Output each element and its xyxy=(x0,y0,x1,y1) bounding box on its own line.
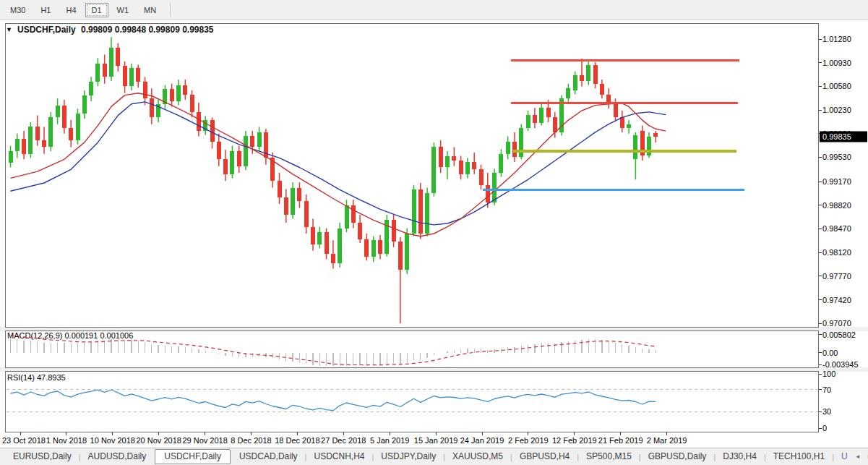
date-axis-label: 27 Dec 2018 xyxy=(321,436,366,445)
chart-title: USDCHF,Daily xyxy=(17,25,76,35)
price-axis-label: 0.99530 xyxy=(822,153,851,161)
tab-scroll-left-icon[interactable]: ◄ xyxy=(855,454,861,460)
chart-tab-usdchf-daily[interactable]: USDCHF,Daily xyxy=(155,449,231,464)
date-axis-label: 23 Oct 2018 xyxy=(2,436,46,445)
date-axis-label: 2 Feb 2019 xyxy=(508,436,549,445)
chart-canvas[interactable]: ▼ USDCHF,Daily 0.99809 0.99848 0.99809 0… xyxy=(0,0,868,465)
date-axis-label: 21 Feb 2019 xyxy=(598,436,643,445)
date-axis-label: 12 Feb 2019 xyxy=(552,436,597,445)
mt4-window: M30H1H4D1W1MN ▼ USDCHF,Daily 0.99809 0.9… xyxy=(0,0,868,465)
price-axis-label: 0.98820 xyxy=(822,201,851,210)
macd-axis-label: 0.00 xyxy=(822,349,838,357)
price-axis-label: 0.97420 xyxy=(822,296,851,304)
price-axis-label: 0.99170 xyxy=(822,177,851,186)
rsi-axis-label: 70 xyxy=(822,385,831,394)
chart-tabbar: EURUSD,Daily|AUDUSD,DailyUSDCHF,DailyUSD… xyxy=(0,448,868,465)
symbol-dropdown-icon[interactable]: ▼ xyxy=(6,26,12,33)
chart-tab-usdjpy-daily[interactable]: USDJPY,Daily xyxy=(374,451,443,463)
date-axis-label: 5 Jan 2019 xyxy=(370,436,409,445)
price-axis-label: 1.00580 xyxy=(822,82,851,90)
timeframe-button-w1[interactable]: W1 xyxy=(111,3,136,17)
toolbar-separator xyxy=(170,3,171,17)
price-axis-label: 1.00930 xyxy=(822,59,851,67)
tab-scrollers: ◄► xyxy=(855,454,868,460)
chart-tab-tech100-h1[interactable]: TECH100,H1 xyxy=(766,451,832,463)
rsi-label: RSI(14) 47.8935 xyxy=(7,373,66,382)
price-axis-label: 0.97070 xyxy=(822,319,851,328)
current-price-badge: 0.99835 xyxy=(822,132,851,141)
date-axis-label: 2 Mar 2019 xyxy=(647,436,687,445)
date-axis-label: 20 Nov 2018 xyxy=(137,436,181,445)
price-axis-label: 1.01280 xyxy=(822,35,851,43)
date-axis-label: 8 Dec 2018 xyxy=(231,436,271,445)
chart-tab-sp500-m15[interactable]: SP500,M15 xyxy=(579,451,639,463)
timeframe-button-mn[interactable]: MN xyxy=(137,3,163,17)
date-axis-label: 1 Nov 2018 xyxy=(46,436,87,445)
timeframe-button-d1[interactable]: D1 xyxy=(85,3,108,17)
macd-label: MACD(12,26,9) 0.000191 0.001006 xyxy=(7,331,133,340)
date-axis-label: 15 Jan 2019 xyxy=(414,436,458,445)
rsi-axis-label: 100 xyxy=(822,370,835,378)
chart-tab-u[interactable]: U xyxy=(834,451,855,463)
price-axis-label: 0.98470 xyxy=(822,224,851,233)
chart-tab-gbpusd-h4[interactable]: GBPUSD,H4 xyxy=(512,451,577,463)
chart-tab-usdcnh-h4[interactable]: USDCNH,H4 xyxy=(306,451,371,463)
price-axis-label: 0.97770 xyxy=(822,272,851,281)
chart-ohlc-values: 0.99809 0.99848 0.99809 0.99835 xyxy=(81,25,214,35)
timeframe-button-m30[interactable]: M30 xyxy=(4,3,32,17)
chart-tab-audusd-daily[interactable]: AUDUSD,Daily xyxy=(81,451,154,463)
price-axis-label: 1.00230 xyxy=(822,106,851,114)
chart-tab-eurusd-daily[interactable]: EURUSD,Daily xyxy=(6,451,79,463)
chart-tab-usdcad-daily[interactable]: USDCAD,Daily xyxy=(232,451,305,463)
date-axis-label: 10 Nov 2018 xyxy=(90,436,135,445)
timeframe-button-h1[interactable]: H1 xyxy=(34,3,57,17)
date-axis-label: 29 Nov 2018 xyxy=(182,436,227,445)
rsi-axis-label: 30 xyxy=(822,407,831,416)
timeframe-toolbar: M30H1H4D1W1MN xyxy=(0,0,868,20)
date-axis-label: 24 Jan 2019 xyxy=(460,436,504,445)
chart-tab-dj30-h4[interactable]: DJ30,H4 xyxy=(716,451,764,463)
price-axis-label: 0.98120 xyxy=(822,248,851,257)
timeframe-button-h4[interactable]: H4 xyxy=(59,3,82,17)
macd-axis-label: 0.005802 xyxy=(822,330,856,339)
date-axis-label: 18 Dec 2018 xyxy=(275,436,319,445)
rsi-axis-label: 0 xyxy=(822,424,827,432)
chart-tab-gbpusd-daily[interactable]: GBPUSD,Daily xyxy=(641,451,714,463)
chart-tab-xauusd-m5[interactable]: XAUUSD,M5 xyxy=(445,451,510,463)
macd-axis-label: -0.003945 xyxy=(822,360,859,369)
